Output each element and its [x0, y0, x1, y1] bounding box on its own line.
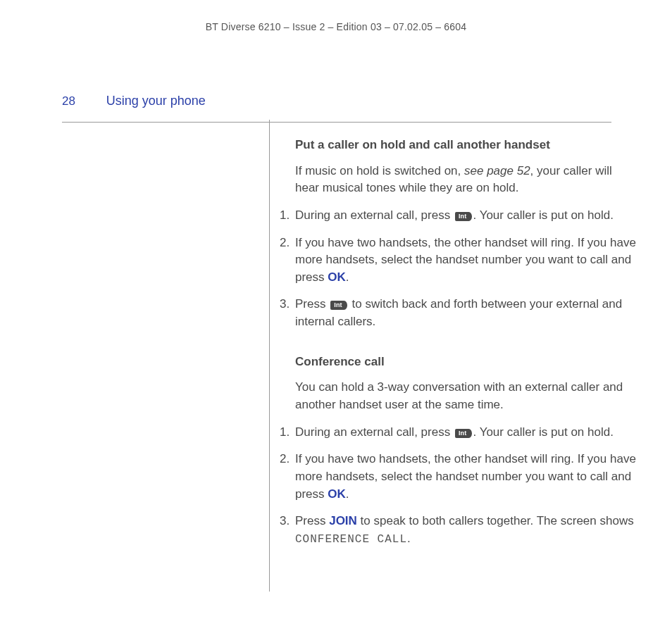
text-fragment: .: [346, 270, 349, 284]
page: BT Diverse 6210 – Issue 2 – Edition 03 –…: [0, 0, 672, 638]
list-item: 1. During an external call, press Int. Y…: [295, 207, 636, 225]
steps-conference-call: 1. During an external call, press Int. Y…: [295, 424, 636, 548]
step-number: 1.: [280, 424, 290, 442]
join-softkey: JOIN: [329, 514, 357, 527]
text-fragment: . Your caller is put on hold.: [473, 208, 614, 222]
list-item: 3. Press Int to switch back and forth be…: [295, 296, 636, 330]
list-item: 2. If you have two handsets, the other h…: [295, 451, 636, 503]
step-number: 3.: [280, 513, 290, 530]
text-fragment: During an external call, press: [295, 208, 454, 222]
int-key-icon: Int: [455, 429, 472, 438]
list-item: 1. During an external call, press Int. Y…: [295, 424, 636, 442]
list-item: 2. If you have two handsets, the other h…: [295, 234, 636, 287]
text-fragment: During an external call, press: [295, 425, 454, 439]
steps-hold-call: 1. During an external call, press Int. Y…: [295, 207, 636, 331]
text-fragment: Press: [295, 297, 329, 311]
lcd-text: CONFERENCE CALL: [295, 533, 407, 546]
page-reference: see page 52: [464, 164, 530, 177]
heading-hold-call: Put a caller on hold and call another ha…: [295, 137, 636, 154]
intro-conference-call: You can hold a 3-way conversation with a…: [295, 379, 636, 413]
text-fragment: If music on hold is switched on,: [295, 164, 464, 177]
intro-hold-call: If music on hold is switched on, see pag…: [295, 163, 636, 197]
step-number: 2.: [280, 234, 290, 252]
heading-conference-call: Conference call: [295, 354, 636, 371]
page-number: 28: [62, 93, 103, 111]
running-header: BT Diverse 6210 – Issue 2 – Edition 03 –…: [0, 20, 672, 34]
text-fragment: .: [346, 487, 349, 501]
step-number: 1.: [280, 207, 290, 225]
text-fragment: to speak to both callers together. The s…: [357, 514, 634, 527]
int-key-icon: Int: [330, 301, 347, 310]
ok-softkey: OK: [328, 487, 346, 501]
step-number: 2.: [280, 451, 290, 468]
text-fragment: . Your caller is put on hold.: [473, 425, 614, 439]
int-key-icon: Int: [455, 212, 472, 221]
page-header-row: 28 Using your phone: [62, 92, 611, 123]
ok-softkey: OK: [328, 270, 346, 284]
text-fragment: Press: [295, 514, 329, 527]
main-content: Put a caller on hold and call another ha…: [269, 120, 636, 592]
text-fragment: .: [407, 532, 411, 545]
section-title: Using your phone: [106, 92, 206, 110]
list-item: 3. Press JOIN to speak to both callers t…: [295, 513, 636, 548]
step-number: 3.: [280, 296, 290, 313]
